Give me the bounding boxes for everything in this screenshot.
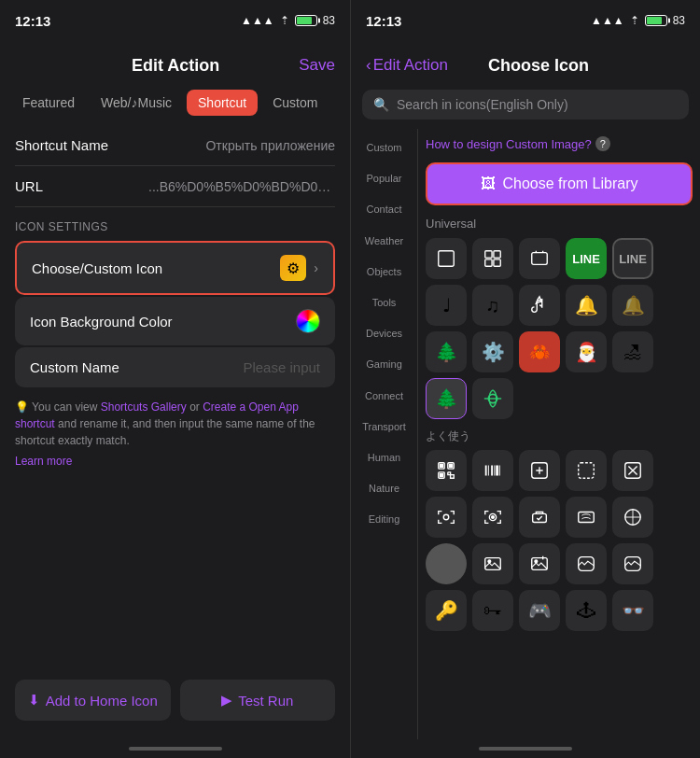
icon-cell[interactable]: ⚙️ bbox=[472, 331, 513, 372]
left-content: Shortcut Name Открыть приложение URL ...… bbox=[0, 125, 350, 668]
tab-shortcut[interactable]: Shortcut bbox=[187, 90, 258, 116]
icon-cell[interactable] bbox=[472, 543, 513, 584]
icon-cell[interactable] bbox=[519, 497, 560, 538]
search-bar[interactable]: 🔍 Search in icons(English Only) bbox=[362, 90, 689, 119]
icon-cell[interactable]: 🔔 bbox=[612, 285, 653, 326]
icon-cell[interactable]: LINE bbox=[612, 238, 653, 279]
left-status-icons: ▲▲▲ ⇡ 83 bbox=[241, 14, 335, 27]
icon-cell[interactable] bbox=[472, 378, 513, 419]
right-panel: 12:13 ▲▲▲ ⇡ 83 ‹ Edit Action Choose Icon… bbox=[350, 0, 700, 758]
icon-cell[interactable]: 🗝 bbox=[472, 590, 513, 631]
left-panel: 12:13 ▲▲▲ ⇡ 83 Edit Action Save Featured… bbox=[0, 0, 350, 758]
icon-cell[interactable] bbox=[472, 450, 513, 491]
chevron-right-icon: › bbox=[314, 260, 318, 275]
test-run-button[interactable]: ▶ Test Run bbox=[180, 680, 336, 721]
icon-cell[interactable] bbox=[519, 543, 560, 584]
right-page-title: Choose Icon bbox=[488, 56, 589, 76]
battery-icon bbox=[295, 15, 317, 26]
choose-custom-icon-row[interactable]: Choose/Custom Icon ⚙ › bbox=[15, 241, 335, 295]
how-to-design-link[interactable]: How to design Custom Image? ? bbox=[426, 136, 610, 151]
icon-cell[interactable] bbox=[566, 497, 607, 538]
cat-gaming[interactable]: Gaming bbox=[351, 349, 417, 380]
search-input[interactable]: Search in icons(English Only) bbox=[397, 97, 678, 112]
cat-nature[interactable]: Nature bbox=[351, 473, 417, 504]
icon-row-devices: 🌲 bbox=[426, 378, 693, 419]
right-status-time: 12:13 bbox=[366, 13, 401, 29]
cat-human[interactable]: Human bbox=[351, 442, 417, 473]
icon-cell[interactable] bbox=[426, 450, 467, 491]
back-button[interactable]: ‹ Edit Action bbox=[366, 56, 448, 75]
icon-cell[interactable] bbox=[519, 238, 560, 279]
icon-cell[interactable]: 🌲 bbox=[426, 331, 467, 372]
icon-cell[interactable]: LINE bbox=[566, 238, 607, 279]
svg-point-30 bbox=[488, 560, 491, 563]
shortcut-name-row: Shortcut Name Открыть приложение bbox=[15, 125, 335, 166]
cat-contact[interactable]: Contact bbox=[351, 194, 417, 225]
category-list: Custom Popular Contact Weather Objects T… bbox=[351, 129, 418, 739]
icon-cell-selected[interactable]: 🌲 bbox=[426, 378, 467, 419]
url-row: URL ...B6%D0%B5%D0%BD%D0%B8%D0%B5 bbox=[15, 166, 335, 207]
custom-how-design-row: How to design Custom Image? ? bbox=[426, 136, 693, 151]
cat-popular[interactable]: Popular bbox=[351, 163, 417, 194]
icon-cell[interactable] bbox=[519, 450, 560, 491]
icon-cell[interactable] bbox=[612, 543, 653, 584]
shortcuts-gallery-link[interactable]: Shortcuts Gallery bbox=[101, 400, 187, 414]
icon-cell[interactable]: 🎅 bbox=[566, 331, 607, 372]
url-label: URL bbox=[15, 178, 43, 194]
add-to-home-button[interactable]: ⬇ Add to Home Icon bbox=[15, 680, 171, 721]
icon-cell[interactable] bbox=[472, 238, 513, 279]
icon-cell[interactable] bbox=[426, 497, 467, 538]
icon-cell[interactable] bbox=[472, 497, 513, 538]
icon-cell[interactable]: 👓 bbox=[612, 590, 653, 631]
tabs-row: Featured Web/♪Music Shortcut Custom bbox=[0, 90, 350, 125]
cat-objects[interactable]: Objects bbox=[351, 257, 417, 288]
icon-bg-label: Icon Background Color bbox=[30, 314, 173, 330]
icon-cell[interactable]: 🔑 bbox=[426, 590, 467, 631]
right-home-bar bbox=[479, 747, 572, 751]
icon-row-right: ⚙ › bbox=[280, 255, 318, 281]
icon-cell[interactable] bbox=[426, 238, 467, 279]
svg-rect-29 bbox=[485, 558, 501, 570]
icon-bg-color-row[interactable]: Icon Background Color bbox=[15, 297, 335, 345]
info-prefix: 💡 You can view bbox=[15, 400, 101, 414]
test-run-label: Test Run bbox=[238, 693, 293, 709]
svg-rect-13 bbox=[441, 474, 443, 477]
icon-cell[interactable]: 🔔 bbox=[566, 285, 607, 326]
tab-web-music[interactable]: Web/♪Music bbox=[90, 90, 183, 116]
icon-cell[interactable]: ♫ bbox=[472, 285, 513, 326]
cat-editing[interactable]: Editing bbox=[351, 504, 417, 535]
icon-row-music: ♩ ♫ 🔔 🔔 bbox=[426, 285, 693, 326]
icon-cell[interactable] bbox=[566, 450, 607, 491]
icon-row-keys: 🔑 🗝 🎮 🕹 👓 bbox=[426, 590, 693, 631]
icon-cell[interactable]: 🏖 bbox=[612, 331, 653, 372]
icon-cell[interactable]: 🕹 bbox=[566, 590, 607, 631]
icon-cell[interactable]: ♩ bbox=[426, 285, 467, 326]
cat-custom[interactable]: Custom bbox=[351, 133, 417, 163]
choose-from-library-button[interactable]: 🖼 Choose from Library bbox=[426, 162, 693, 205]
right-status-bar: 12:13 ▲▲▲ ⇡ 83 bbox=[351, 0, 700, 41]
bottom-buttons: ⬇ Add to Home Icon ▶ Test Run bbox=[0, 668, 350, 739]
icon-cell[interactable]: 🎮 bbox=[519, 590, 560, 631]
svg-rect-12 bbox=[450, 465, 453, 468]
cat-transport[interactable]: Transport bbox=[351, 412, 417, 442]
cat-tools[interactable]: Tools bbox=[351, 288, 417, 318]
tab-featured[interactable]: Featured bbox=[11, 90, 86, 116]
icon-cell[interactable]: 🦀 bbox=[519, 331, 560, 372]
right-content-area: Custom Popular Contact Weather Objects T… bbox=[351, 129, 700, 739]
icon-cell[interactable] bbox=[612, 450, 653, 491]
icon-cell[interactable] bbox=[519, 285, 560, 326]
icon-cell[interactable] bbox=[612, 497, 653, 538]
current-icon-display: ⚙ bbox=[280, 255, 306, 281]
play-icon: ▶ bbox=[221, 692, 232, 709]
custom-name-row[interactable]: Custom Name Please input bbox=[15, 347, 335, 387]
learn-more-link[interactable]: Learn more bbox=[15, 453, 335, 470]
cat-devices[interactable]: Devices bbox=[351, 318, 417, 349]
icon-cell[interactable] bbox=[426, 543, 467, 584]
cat-weather[interactable]: Weather bbox=[351, 226, 417, 257]
cat-connect[interactable]: Connect bbox=[351, 381, 417, 412]
battery-percent: 83 bbox=[323, 14, 335, 27]
tab-custom[interactable]: Custom bbox=[261, 90, 329, 116]
save-button[interactable]: Save bbox=[299, 56, 335, 75]
svg-rect-2 bbox=[494, 251, 500, 258]
icon-cell[interactable] bbox=[566, 543, 607, 584]
